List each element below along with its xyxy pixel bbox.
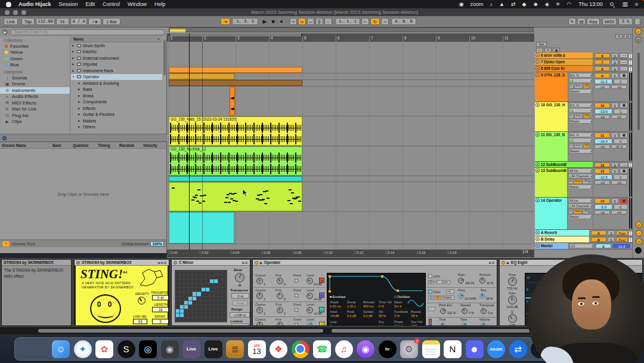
category-item-drums[interactable]: ▦Drums — [0, 81, 70, 88]
dock-chrome-icon[interactable] — [292, 340, 309, 358]
eq-freq-knob[interactable] — [508, 277, 517, 286]
arm-record-button[interactable] — [620, 168, 628, 174]
category-item-midi-effects[interactable]: ⊟MIDI Effects — [0, 100, 70, 106]
dock-live-beta-icon[interactable]: Live — [182, 340, 200, 358]
monitor-auto[interactable]: Auto — [574, 179, 582, 184]
follow-button[interactable]: ⇥ — [221, 18, 230, 25]
menu-session[interactable]: Session — [59, 1, 78, 7]
bar-number[interactable]: 9 — [436, 36, 440, 42]
solo-button[interactable]: S — [611, 60, 618, 64]
send-b-display[interactable]: -inf — [611, 85, 627, 89]
sharing-status-icon[interactable]: ☻1 — [532, 1, 538, 7]
expand-arrow-icon[interactable]: ▶ — [72, 57, 75, 60]
dock-apple-tv-icon[interactable]: tv — [379, 340, 397, 358]
screen-recording-icon[interactable]: ◉ — [459, 1, 464, 7]
oscillator-select-a[interactable]: A — [319, 278, 324, 283]
key-value[interactable]: 0 % — [379, 324, 384, 326]
expand-arrow-icon[interactable]: ▶ — [78, 100, 81, 103]
key-map-button[interactable]: Key — [587, 18, 600, 25]
monitor-off[interactable]: Off — [583, 84, 589, 88]
track-number-display[interactable]: 7 — [595, 60, 610, 64]
lowest-value[interactable]: C-2 — [231, 324, 249, 326]
track-title[interactable]: ▾9 OTH_128_D — [535, 72, 568, 101]
browser-item-external-instrument[interactable]: ▶External Instrument — [71, 55, 162, 61]
input-type-select[interactable]: Ext. In — [569, 103, 592, 107]
dock-notion-icon[interactable]: N — [444, 340, 462, 358]
expand-arrow-icon[interactable]: ▶ — [72, 63, 75, 66]
solo-button[interactable]: S — [611, 103, 618, 108]
quantize-menu[interactable]: 1 Bar — [103, 18, 120, 25]
oscillator-selector-stack[interactable] — [429, 319, 432, 326]
monitor-in[interactable]: In — [568, 179, 573, 184]
tempo-display[interactable]: 132.00 — [36, 18, 55, 25]
base-knob[interactable] — [235, 273, 244, 282]
input-type-select[interactable]: Ext. In — [569, 133, 592, 137]
master-position-display[interactable]: 0 — [596, 244, 611, 248]
filter-toggle[interactable] — [428, 290, 432, 294]
monitor-auto[interactable]: Auto — [574, 113, 583, 118]
tap-tempo-button[interactable]: Tap — [21, 18, 35, 25]
groove-pool-icon[interactable]: ≈ — [2, 241, 10, 247]
decay-value[interactable]: 1.00 s — [347, 304, 355, 308]
expand-arrow-icon[interactable]: ▶ — [72, 69, 75, 72]
record-button[interactable]: ● — [278, 18, 285, 25]
arrangement-overview[interactable] — [169, 27, 534, 32]
level-knob[interactable] — [306, 322, 313, 327]
expand-arrow-icon[interactable]: ▶ — [78, 94, 81, 97]
bar-number[interactable]: 5 — [302, 36, 306, 42]
send-b-display[interactable]: -67.0 — [611, 144, 627, 149]
track-title[interactable]: ▾7 Djoko Open — [535, 59, 593, 65]
device-fold-icon[interactable]: ▶ — [507, 261, 509, 264]
midi-clip-track-9[interactable]: ◀▶◀▶ — [230, 87, 235, 116]
oscillator-select-d[interactable]: D — [319, 322, 324, 327]
track-fold-button[interactable]: ▾ — [535, 103, 540, 107]
send-b-display[interactable]: -inf — [611, 210, 627, 214]
fixed-checkbox[interactable] — [295, 323, 298, 327]
input-type-select[interactable]: All Ins — [568, 168, 592, 173]
track-header-6-aron-volta-p[interactable]: ▾6 aron volta p6S — [535, 53, 632, 59]
track-number-display[interactable]: 8 — [595, 66, 610, 71]
release-value[interactable]: 400 ms — [363, 304, 373, 308]
post-toggle[interactable]: Post — [616, 230, 628, 235]
level-knob[interactable] — [306, 293, 313, 299]
volume-display[interactable]: -16.4 — [595, 139, 612, 144]
track-fold-button[interactable]: ▾ — [535, 230, 540, 235]
low-vel-value[interactable]: 93 — [133, 319, 147, 324]
input-type-select[interactable]: Ext. In — [569, 73, 592, 78]
lane-track-6[interactable] — [167, 67, 534, 73]
monitor-in[interactable]: In — [569, 113, 574, 118]
lane-track-10[interactable]: GG_130_Hats_15 [2023-03-24 131820] — [167, 116, 534, 146]
scroll-lock-button[interactable]: ◍ — [635, 36, 642, 43]
solo-button[interactable]: S — [611, 162, 618, 167]
beat-time-ruler[interactable]: 1234567891011 — [167, 33, 534, 42]
security-status-icon[interactable]: ◈ — [545, 1, 549, 7]
control-center-icon[interactable] — [623, 2, 628, 7]
lfo-rate-knob[interactable] — [458, 278, 464, 284]
bar-number[interactable]: 8 — [402, 36, 407, 42]
menu-clock[interactable]: Thu 13:00 — [578, 1, 603, 7]
menu-help[interactable]: Help — [154, 1, 166, 7]
expand-arrow-icon[interactable]: ▼ — [72, 75, 75, 78]
collection-item-blue[interactable]: Blue — [0, 62, 70, 69]
crossfader-knob[interactable] — [635, 247, 642, 254]
monitor-auto[interactable]: Auto — [574, 84, 583, 88]
input-channel-select[interactable]: 1 — [569, 108, 592, 113]
category-item-clips[interactable]: ▶Clips — [0, 119, 70, 125]
lane-track-8[interactable] — [167, 80, 534, 87]
browser-item-instrument-rack[interactable]: ▶Instrument Rack — [71, 67, 162, 74]
initial-value[interactable]: -inf dB — [330, 314, 339, 318]
arm-record-button[interactable] — [620, 162, 628, 167]
dock-audio-hijack-icon[interactable]: ≣ — [226, 340, 244, 358]
vel-value[interactable]: 50 % — [379, 314, 386, 318]
send-a-display[interactable]: -inf — [595, 115, 610, 119]
device-activator[interactable] — [174, 261, 177, 264]
draw-automation-icon[interactable]: ✎ — [544, 48, 552, 53]
track-fold-button[interactable]: ▾ — [535, 162, 540, 167]
track-fold-button[interactable]: ▾ — [535, 237, 540, 241]
dock-podcasts-icon[interactable]: ◉ — [357, 340, 374, 358]
fine-knob[interactable] — [277, 322, 283, 327]
dock-discord-icon[interactable]: ☻ — [466, 340, 484, 358]
peak-value[interactable]: 0.0 dB — [347, 314, 356, 318]
fixed-checkbox[interactable] — [295, 279, 298, 282]
arm-record-button[interactable] — [620, 103, 628, 108]
